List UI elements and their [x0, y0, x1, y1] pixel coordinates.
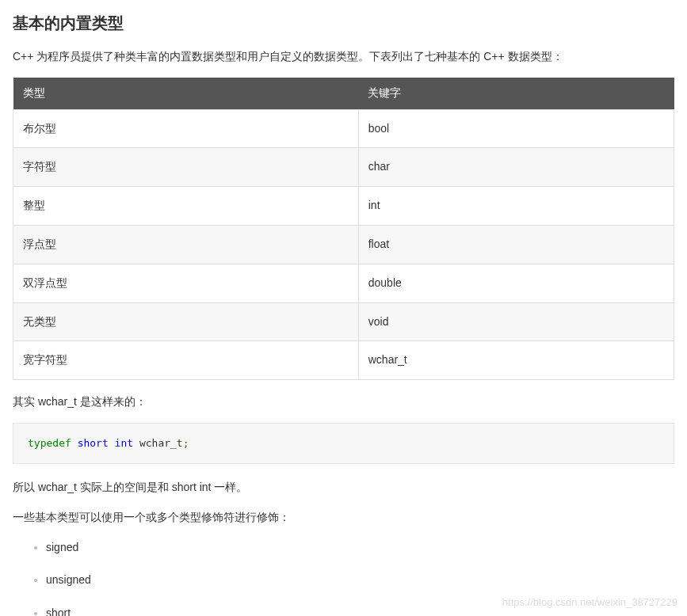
cell-keyword: char [358, 148, 674, 187]
table-row: 布尔型bool [13, 109, 674, 148]
cell-type: 布尔型 [13, 109, 359, 148]
cell-type: 宽字符型 [13, 341, 359, 380]
table-row: 字符型char [13, 148, 674, 187]
cell-keyword: wchar_t [358, 341, 674, 380]
code-semi: ; [183, 437, 189, 449]
cell-type: 双浮点型 [13, 264, 359, 302]
table-row: 浮点型float [13, 225, 674, 264]
cell-keyword: void [358, 302, 674, 341]
cell-type: 无类型 [13, 302, 359, 341]
code-name: wchar_t [139, 437, 183, 449]
table-row: 双浮点型double [13, 264, 674, 302]
list-item: unsigned [46, 571, 674, 590]
cell-keyword: int [358, 187, 674, 226]
cell-type: 字符型 [13, 148, 359, 187]
code-block: typedef short int wchar_t; [13, 423, 674, 464]
table-header-keyword: 关键字 [358, 78, 674, 109]
wchar-space-paragraph: 所以 wchar_t 实际上的空间是和 short int 一样。 [13, 478, 674, 497]
code-keyword-types: short int [78, 437, 133, 449]
code-keyword-typedef: typedef [28, 437, 71, 449]
list-item: signed [46, 538, 674, 557]
cell-keyword: bool [358, 109, 674, 148]
list-item: short [46, 604, 674, 616]
types-table: 类型 关键字 布尔型bool 字符型char 整型int 浮点型float 双浮… [13, 78, 674, 380]
cell-type: 整型 [13, 187, 359, 226]
cell-keyword: double [358, 264, 674, 302]
table-row: 无类型void [13, 302, 674, 341]
table-body: 布尔型bool 字符型char 整型int 浮点型float 双浮点型doubl… [13, 109, 674, 380]
modifiers-list: signed unsigned short long [13, 538, 674, 616]
wchar-intro-paragraph: 其实 wchar_t 是这样来的： [13, 393, 674, 412]
cell-type: 浮点型 [13, 225, 359, 264]
intro-paragraph: C++ 为程序员提供了种类丰富的内置数据类型和用户自定义的数据类型。下表列出了七… [13, 48, 674, 67]
table-row: 宽字符型wchar_t [13, 341, 674, 380]
table-header-type: 类型 [13, 78, 359, 109]
table-row: 整型int [13, 187, 674, 226]
modifiers-intro-paragraph: 一些基本类型可以使用一个或多个类型修饰符进行修饰： [13, 508, 674, 527]
page-heading: 基本的内置类型 [13, 10, 674, 36]
cell-keyword: float [358, 225, 674, 264]
